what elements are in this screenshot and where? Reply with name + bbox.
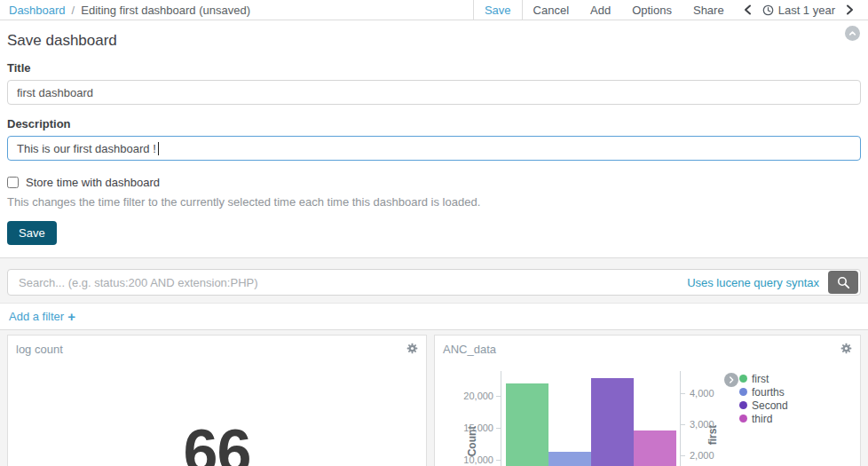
- top-nav-item-save[interactable]: Save: [473, 0, 523, 20]
- legend-color-dot: [739, 388, 747, 396]
- gear-icon: [840, 343, 852, 354]
- time-next-button[interactable]: [837, 4, 863, 15]
- time-prev-button[interactable]: [735, 4, 761, 15]
- metric-value: 66: [8, 416, 426, 466]
- legend-toggle-button[interactable]: [724, 373, 738, 387]
- top-nav-item-add[interactable]: Add: [580, 0, 621, 20]
- top-bar: Dashboard / Editing first dashboard (uns…: [0, 0, 868, 20]
- query-section: Uses lucene query syntax: [0, 258, 868, 303]
- store-time-helper-text: This changes the time filter to the curr…: [7, 195, 861, 209]
- legend-color-dot: [739, 375, 747, 383]
- collapse-panel-button[interactable]: [845, 26, 860, 41]
- legend-color-dot: [739, 415, 747, 423]
- legend-item-first[interactable]: first: [739, 372, 788, 385]
- tick-mark: [496, 428, 501, 429]
- chevron-right-icon: [727, 375, 736, 384]
- plot-area: [501, 371, 680, 466]
- breadcrumb-separator: /: [72, 4, 75, 17]
- time-picker-label: Last 1 year: [778, 4, 835, 17]
- top-nav-item-cancel[interactable]: Cancel: [523, 0, 580, 20]
- search-icon: [837, 276, 850, 289]
- bar-fourths[interactable]: [548, 452, 591, 466]
- legend-label: fourths: [752, 386, 785, 399]
- y-tick-label-right: 3,000: [690, 418, 714, 430]
- bar-Second[interactable]: [591, 378, 634, 466]
- top-nav-item-share[interactable]: Share: [683, 0, 735, 20]
- text-cursor: [158, 142, 159, 155]
- y-axis-line-left: [501, 371, 501, 466]
- store-time-label: Store time with dashboard: [26, 176, 160, 189]
- tick-mark: [681, 455, 685, 456]
- tick-mark: [496, 460, 501, 461]
- legend-item-third[interactable]: third: [739, 412, 788, 425]
- clock-icon: [762, 4, 774, 16]
- y-tick-label-left: 20,000: [435, 390, 493, 402]
- chevron-left-icon: [744, 4, 752, 15]
- y-axis-line-right: [680, 371, 681, 466]
- add-filter-label: Add a filter: [9, 310, 64, 323]
- y-axis-label-left: Count: [466, 423, 478, 459]
- panel-options-button[interactable]: [406, 343, 418, 354]
- legend-label: first: [752, 373, 769, 385]
- time-picker-button[interactable]: Last 1 year: [761, 4, 837, 17]
- bar-third[interactable]: [634, 430, 676, 466]
- description-input[interactable]: This is our first dashboard !: [7, 136, 861, 161]
- breadcrumb-current: Editing first dashboard (unsaved): [81, 4, 250, 17]
- store-time-row[interactable]: Store time with dashboard: [7, 176, 861, 189]
- tick-mark: [681, 393, 685, 394]
- title-label: Title: [7, 61, 861, 75]
- legend-label: third: [752, 413, 772, 425]
- legend-label: Second: [752, 399, 788, 412]
- breadcrumb: Dashboard / Editing first dashboard (uns…: [9, 0, 250, 20]
- chevron-right-icon: [846, 4, 854, 15]
- tick-mark: [496, 396, 501, 397]
- lucene-syntax-link[interactable]: Uses lucene query syntax: [687, 276, 819, 289]
- legend-item-fourths[interactable]: fourths: [739, 385, 788, 399]
- top-nav-item-options[interactable]: Options: [621, 0, 683, 20]
- filter-bar: Add a filter +: [0, 303, 868, 330]
- save-button[interactable]: Save: [7, 221, 57, 245]
- y-tick-label-left: 10,000: [435, 454, 493, 466]
- title-input[interactable]: [7, 80, 861, 105]
- tick-mark: [681, 424, 685, 425]
- panel-log-count: log count 66: [7, 335, 427, 466]
- time-picker: Last 1 year: [735, 0, 868, 20]
- panel-anc-data: ANC_data Count first: [434, 335, 861, 466]
- y-tick-label-right: 4,000: [690, 387, 714, 399]
- y-tick-label-left: 15,000: [435, 422, 493, 434]
- breadcrumb-dashboard-link[interactable]: Dashboard: [9, 4, 66, 17]
- y-axis-label-right: first: [706, 422, 719, 448]
- page-title: Save dashboard: [7, 32, 861, 50]
- search-button[interactable]: [828, 271, 858, 294]
- top-nav-menu: SaveCancelAddOptionsShare: [473, 0, 735, 20]
- panel-title: ANC_data: [443, 343, 496, 356]
- panel-title: log count: [16, 343, 63, 356]
- add-filter-link[interactable]: Add a filter +: [9, 310, 75, 323]
- dashboard-grid: log count 66 ANC_data: [0, 330, 868, 466]
- plus-icon: +: [67, 311, 75, 322]
- chart-legend: firstfourthsSecondthird: [739, 372, 788, 425]
- description-text: This is our first dashboard !: [17, 142, 156, 155]
- gear-icon: [406, 343, 418, 354]
- legend-color-dot: [739, 401, 747, 409]
- search-input[interactable]: [17, 275, 687, 290]
- description-label: Description: [7, 117, 861, 130]
- chevron-up-icon: [848, 28, 857, 38]
- save-dashboard-panel: Save dashboard Title Description This is…: [0, 20, 868, 258]
- legend-item-Second[interactable]: Second: [739, 399, 788, 412]
- search-bar: Uses lucene query syntax: [7, 269, 861, 296]
- y-tick-label-right: 2,000: [690, 449, 714, 462]
- bar-first[interactable]: [506, 383, 548, 466]
- store-time-checkbox[interactable]: [7, 177, 19, 188]
- panel-options-button[interactable]: [840, 343, 852, 354]
